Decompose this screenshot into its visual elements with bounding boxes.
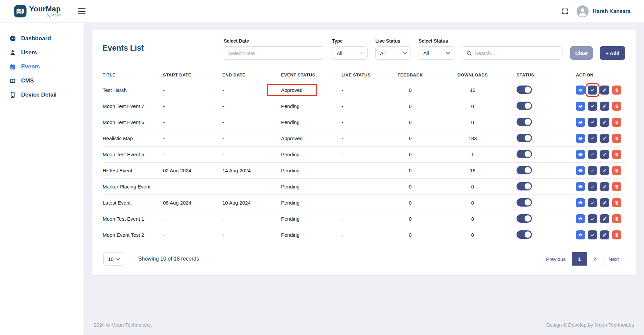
sidebar-item-label: CMS [21, 77, 34, 84]
page-button[interactable]: 2 [587, 252, 602, 266]
cell-live-status: - [341, 179, 392, 195]
delete-button[interactable] [612, 134, 621, 143]
approve-button[interactable] [588, 134, 597, 143]
add-button[interactable]: + Add [600, 46, 625, 60]
select-date-input[interactable] [224, 46, 324, 60]
delete-button[interactable] [612, 150, 621, 159]
cell-status [517, 179, 576, 195]
view-button[interactable] [576, 150, 585, 159]
delete-button[interactable] [612, 214, 621, 223]
view-button[interactable] [576, 102, 585, 111]
fullscreen-button[interactable] [561, 8, 569, 15]
footer-copyright: 2024 © Moon Technolabs. [94, 322, 152, 328]
view-button[interactable] [576, 230, 585, 239]
search-input[interactable] [462, 46, 562, 60]
cell-title: Moon Test Event 7 [103, 98, 163, 114]
view-button[interactable] [576, 182, 585, 191]
status-toggle[interactable] [517, 86, 532, 94]
cell-feedback: 0 [392, 130, 429, 147]
pencil-icon [602, 152, 607, 157]
table-row: Test Harsh - - Approved - 0 10 [103, 82, 625, 98]
live-status-select[interactable]: All [375, 46, 411, 60]
type-select[interactable]: All [332, 46, 368, 60]
sidebar-item-dashboard[interactable]: Dashboard [0, 32, 84, 46]
approve-button[interactable] [588, 214, 597, 223]
status-toggle[interactable] [517, 182, 532, 190]
select-status-select[interactable]: All [419, 46, 454, 60]
menu-toggle-button[interactable] [78, 8, 86, 14]
sidebar-item-users[interactable]: Users [0, 46, 84, 60]
delete-button[interactable] [612, 86, 621, 95]
edit-button[interactable] [600, 118, 609, 127]
pencil-icon [602, 201, 607, 205]
status-toggle[interactable] [517, 134, 532, 142]
user-menu[interactable]: Harsh Kansara [577, 5, 631, 17]
page-size-select[interactable]: 10 [103, 252, 124, 266]
delete-button[interactable] [612, 182, 621, 191]
page-button[interactable]: 1 [572, 252, 587, 266]
sidebar-item-events[interactable]: Events [0, 60, 84, 74]
records-summary: Showing 10 of 18 records [138, 256, 199, 262]
cell-live-status: - [341, 130, 392, 147]
sidebar-item-cms[interactable]: CMS [0, 74, 84, 88]
approve-button[interactable] [588, 150, 597, 159]
approve-button[interactable] [588, 86, 597, 95]
cell-end-date: 10 Aug 2024 [222, 195, 281, 211]
view-button[interactable] [576, 166, 585, 175]
edit-button[interactable] [600, 102, 609, 111]
edit-button[interactable] [600, 182, 609, 191]
delete-button[interactable] [612, 166, 621, 175]
view-button[interactable] [576, 86, 585, 95]
delete-button[interactable] [612, 230, 621, 239]
cell-downloads: 0 [429, 179, 517, 195]
main-content: Events List Select Date Type All [84, 23, 644, 335]
cell-feedback: 0 [392, 147, 429, 163]
delete-button[interactable] [612, 102, 621, 111]
search-icon [466, 50, 472, 56]
approve-button[interactable] [588, 118, 597, 127]
edit-button[interactable] [600, 214, 609, 223]
approve-button[interactable] [588, 182, 597, 191]
column-header: TITLE [103, 68, 163, 82]
edit-button[interactable] [600, 134, 609, 143]
column-header: FEEDBACK [392, 68, 429, 82]
view-button[interactable] [576, 118, 585, 127]
check-icon [590, 168, 595, 173]
edit-button[interactable] [600, 166, 609, 175]
view-button[interactable] [576, 198, 585, 207]
trash-icon [614, 104, 619, 108]
table-row: Moon Test Event 5 - - Pending - 0 1 [103, 147, 625, 163]
cell-event-status: Pending [281, 98, 341, 114]
view-button[interactable] [576, 214, 585, 223]
approve-button[interactable] [588, 166, 597, 175]
edit-button[interactable] [600, 150, 609, 159]
status-toggle[interactable] [517, 102, 532, 110]
sidebar-item-device-detail[interactable]: Device Detail [0, 88, 84, 102]
status-toggle[interactable] [517, 118, 532, 126]
cell-downloads: 16 [429, 163, 517, 179]
approve-button[interactable] [588, 102, 597, 111]
view-button[interactable] [576, 134, 585, 143]
page-title: Events List [103, 44, 144, 53]
status-toggle[interactable] [517, 198, 532, 207]
approve-button[interactable] [588, 230, 597, 239]
approve-button[interactable] [588, 198, 597, 207]
status-toggle[interactable] [517, 230, 532, 239]
delete-button[interactable] [612, 118, 621, 127]
delete-button[interactable] [612, 198, 621, 207]
edit-button[interactable] [600, 86, 609, 95]
previous-page-button[interactable]: Previous [540, 252, 572, 266]
edit-button[interactable] [600, 230, 609, 239]
next-page-button[interactable]: Next [602, 252, 625, 266]
status-toggle[interactable] [517, 214, 532, 223]
clear-button[interactable]: Clear [570, 46, 593, 60]
status-toggle[interactable] [517, 166, 532, 174]
edit-button[interactable] [600, 198, 609, 207]
check-icon [590, 201, 595, 205]
status-toggle[interactable] [517, 150, 532, 158]
cell-live-status: - [341, 114, 392, 130]
cell-live-status: - [341, 211, 392, 227]
cell-feedback: 0 [392, 82, 429, 98]
trash-icon [614, 233, 619, 237]
table-footer: 10 Showing 10 of 18 records Previous 12N… [103, 252, 625, 266]
